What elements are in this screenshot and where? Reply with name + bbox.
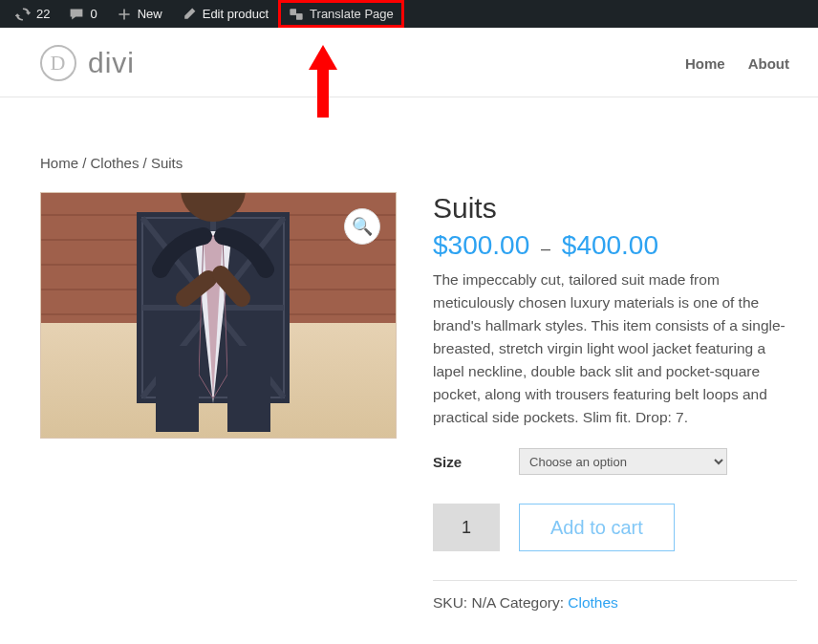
sku-label: SKU:: [433, 594, 471, 611]
comments-count: 0: [90, 7, 97, 21]
translate-page-item[interactable]: Translate Page: [278, 0, 404, 28]
product-title: Suits: [433, 192, 797, 225]
svg-rect-5: [156, 346, 199, 432]
size-label: Size: [433, 454, 462, 470]
product-description: The impeccably cut, tailored suit made f…: [433, 268, 797, 429]
svg-rect-0: [291, 9, 296, 14]
cart-row: Add to cart: [433, 504, 797, 551]
price-low-symbol: $: [433, 230, 448, 260]
site-header: D divi Home About: [0, 30, 818, 97]
translate-icon: [289, 7, 304, 22]
breadcrumb-clothes[interactable]: Clothes: [91, 155, 140, 171]
svg-rect-6: [227, 346, 270, 432]
refresh-icon: [15, 7, 31, 22]
updates-count: 22: [36, 7, 50, 21]
breadcrumb-current: Suits: [151, 155, 183, 171]
product-details: Suits $300.00 – $400.00 The impeccably c…: [433, 192, 797, 612]
logo-mark-icon: D: [40, 45, 76, 81]
svg-rect-1: [296, 13, 302, 19]
pencil-icon: [182, 7, 197, 22]
edit-product-item[interactable]: Edit product: [172, 0, 278, 28]
meta-divider: [433, 580, 797, 581]
category-link[interactable]: Clothes: [568, 594, 618, 611]
primary-nav: Home About: [685, 55, 789, 72]
nav-about[interactable]: About: [748, 55, 789, 72]
product-price: $300.00 – $400.00: [433, 230, 797, 261]
comments-item[interactable]: 0: [59, 0, 106, 28]
sku-value: N/A: [471, 594, 495, 611]
product-meta: SKU: N/A Category: Clothes: [433, 594, 797, 612]
new-item[interactable]: New: [107, 0, 172, 28]
product-gallery: 🔍: [40, 192, 398, 612]
quantity-input[interactable]: [433, 504, 500, 551]
translate-page-label: Translate Page: [310, 7, 394, 21]
price-high: 400.00: [576, 230, 658, 260]
product-image[interactable]: 🔍: [40, 192, 397, 439]
price-high-symbol: $: [562, 230, 577, 260]
size-select[interactable]: Choose an option: [519, 448, 727, 475]
product-image-figure: [70, 192, 356, 439]
comment-icon: [69, 7, 84, 22]
wp-admin-bar: 22 0 New Edit product Translate Page: [0, 0, 818, 28]
add-to-cart-button[interactable]: Add to cart: [519, 504, 675, 551]
variation-row: Size Choose an option: [433, 448, 797, 475]
product: 🔍 Suits $300.00 – $400.00 The impeccably…: [40, 192, 797, 612]
category-label: Category:: [495, 594, 568, 611]
new-label: New: [138, 7, 162, 21]
price-dash: –: [537, 239, 554, 258]
plus-icon: [117, 7, 132, 22]
breadcrumb: Home / Clothes / Suits: [40, 155, 797, 171]
zoom-button[interactable]: 🔍: [344, 208, 380, 245]
page-content: Home / Clothes / Suits: [0, 97, 818, 631]
updates-item[interactable]: 22: [6, 0, 59, 28]
zoom-icon: 🔍: [352, 216, 373, 237]
nav-home[interactable]: Home: [685, 55, 725, 72]
logo-text: divi: [88, 47, 135, 79]
breadcrumb-home[interactable]: Home: [40, 155, 78, 171]
site-logo[interactable]: D divi: [40, 45, 135, 81]
edit-product-label: Edit product: [203, 7, 269, 21]
price-low: 300.00: [448, 230, 530, 260]
